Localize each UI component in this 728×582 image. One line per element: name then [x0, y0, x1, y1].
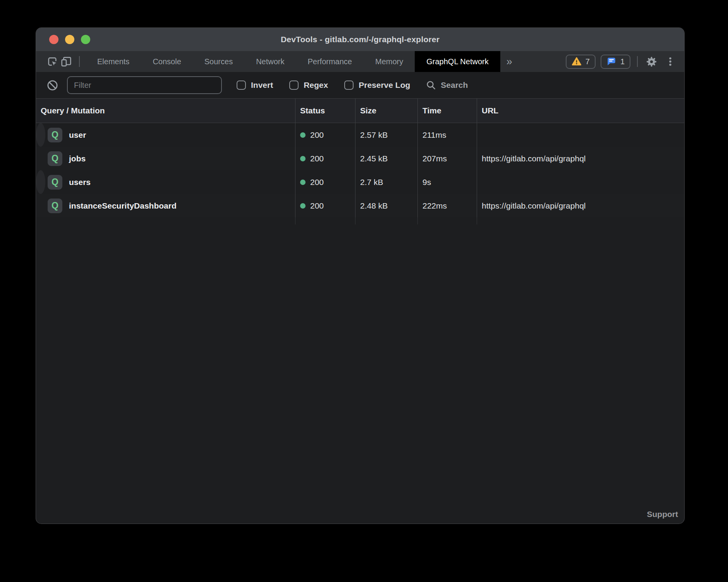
- size-value: 2.57 kB: [360, 130, 388, 140]
- tab-memory[interactable]: Memory: [364, 51, 415, 72]
- size-value: 2.7 kB: [360, 178, 383, 187]
- url-value: https://gitlab.com/api/graphql: [482, 201, 586, 211]
- query-type-badge: Q: [48, 199, 62, 213]
- warning-triangle-icon: [572, 56, 582, 67]
- query-type-badge: Q: [48, 151, 62, 166]
- table-row[interactable]: Q user 200 2.57 kB 211ms https://gitlab.…: [36, 123, 45, 147]
- tab-performance[interactable]: Performance: [296, 51, 364, 72]
- status-ok-dot: [300, 180, 306, 185]
- table-row[interactable]: Q jobs 200 2.45 kB 207ms https://gitlab.…: [36, 147, 684, 170]
- warnings-count: 7: [585, 57, 590, 66]
- column-guides: [36, 217, 684, 224]
- more-tabs-button[interactable]: »: [500, 56, 519, 68]
- status-value: 200: [310, 201, 324, 211]
- screen-background: DevTools - gitlab.com/-/graphql-explorer…: [0, 0, 728, 582]
- tab-console[interactable]: Console: [141, 51, 192, 72]
- clear-log-button[interactable]: [45, 78, 59, 92]
- size-value: 2.45 kB: [360, 154, 388, 163]
- preserve-log-label: Preserve Log: [359, 80, 410, 90]
- settings-button[interactable]: [644, 55, 658, 68]
- status-ok-dot: [300, 203, 306, 209]
- tabbar-right-controls: 7 1: [566, 55, 677, 69]
- column-header-status[interactable]: Status: [295, 99, 355, 123]
- time-value: 207ms: [422, 154, 447, 163]
- regex-checkbox[interactable]: [289, 80, 299, 90]
- traffic-lights: [49, 28, 90, 51]
- inspect-cursor-icon: [46, 55, 58, 68]
- devtools-window: DevTools - gitlab.com/-/graphql-explorer…: [36, 28, 684, 524]
- status-value: 200: [310, 154, 324, 163]
- block-icon: [46, 79, 58, 91]
- column-header-size[interactable]: Size: [355, 99, 418, 123]
- toolbar-separator: [79, 56, 80, 67]
- support-link[interactable]: Support: [647, 510, 678, 519]
- query-name: jobs: [69, 154, 86, 163]
- table-row[interactable]: Q users 200 2.7 kB 9s https://gitlab.com…: [36, 170, 45, 194]
- search-button[interactable]: Search: [426, 80, 468, 91]
- issues-badge-button[interactable]: 1: [601, 55, 630, 69]
- controls-separator: [637, 56, 638, 67]
- time-value: 9s: [422, 178, 431, 187]
- preserve-log-checkbox-group[interactable]: Preserve Log: [344, 80, 410, 90]
- zoom-window-button[interactable]: [81, 35, 90, 44]
- tab-graphql-network[interactable]: GraphQL Network: [415, 51, 500, 72]
- devtools-tabbar: Elements Console Sources Network Perform…: [36, 51, 684, 72]
- device-toolbar-icon: [60, 55, 72, 68]
- panel-tabs: Elements Console Sources Network Perform…: [86, 51, 500, 72]
- customize-devtools-button[interactable]: [663, 55, 677, 68]
- query-name: users: [69, 178, 91, 187]
- column-header-time[interactable]: Time: [418, 99, 477, 123]
- preserve-log-checkbox[interactable]: [344, 80, 354, 90]
- column-header-query[interactable]: Query / Mutation: [36, 99, 295, 123]
- time-value: 222ms: [422, 201, 447, 211]
- message-bubble-icon: [606, 56, 616, 67]
- column-header-url[interactable]: URL: [477, 99, 684, 123]
- tab-sources[interactable]: Sources: [193, 51, 244, 72]
- invert-label: Invert: [251, 80, 273, 90]
- tab-network[interactable]: Network: [244, 51, 296, 72]
- query-name: user: [69, 130, 86, 140]
- empty-results-area: Support: [36, 224, 684, 524]
- close-window-button[interactable]: [49, 35, 58, 44]
- invert-checkbox-group[interactable]: Invert: [237, 80, 273, 90]
- gear-icon: [646, 56, 658, 68]
- time-value: 211ms: [422, 130, 446, 140]
- query-type-badge: Q: [48, 175, 62, 190]
- url-value: https://gitlab.com/api/graphql: [482, 154, 586, 163]
- warnings-badge-button[interactable]: 7: [566, 55, 596, 69]
- status-ok-dot: [300, 156, 306, 161]
- filter-input[interactable]: [67, 76, 222, 94]
- status-value: 200: [310, 178, 324, 187]
- search-label: Search: [441, 80, 468, 90]
- inspect-element-button[interactable]: [45, 55, 59, 68]
- regex-checkbox-group[interactable]: Regex: [289, 80, 328, 90]
- status-ok-dot: [300, 132, 306, 138]
- filter-toolbar: Invert Regex Preserve Log Search: [36, 72, 684, 98]
- status-value: 200: [310, 130, 324, 140]
- invert-checkbox[interactable]: [237, 80, 246, 90]
- table-row[interactable]: Q instanceSecurityDashboard 200 2.48 kB …: [36, 194, 684, 217]
- device-toolbar-button[interactable]: [59, 55, 73, 68]
- query-type-badge: Q: [48, 128, 62, 142]
- table-header-row: Query / Mutation Status Size Time URL: [36, 98, 684, 123]
- minimize-window-button[interactable]: [65, 35, 74, 44]
- tab-elements[interactable]: Elements: [86, 51, 141, 72]
- size-value: 2.48 kB: [360, 201, 388, 211]
- regex-label: Regex: [304, 80, 328, 90]
- issues-count: 1: [620, 57, 625, 66]
- window-title: DevTools - gitlab.com/-/graphql-explorer: [281, 35, 440, 44]
- kebab-menu-icon: [665, 56, 676, 67]
- search-icon: [426, 80, 436, 91]
- window-titlebar: DevTools - gitlab.com/-/graphql-explorer: [36, 28, 684, 51]
- query-name: instanceSecurityDashboard: [69, 201, 177, 211]
